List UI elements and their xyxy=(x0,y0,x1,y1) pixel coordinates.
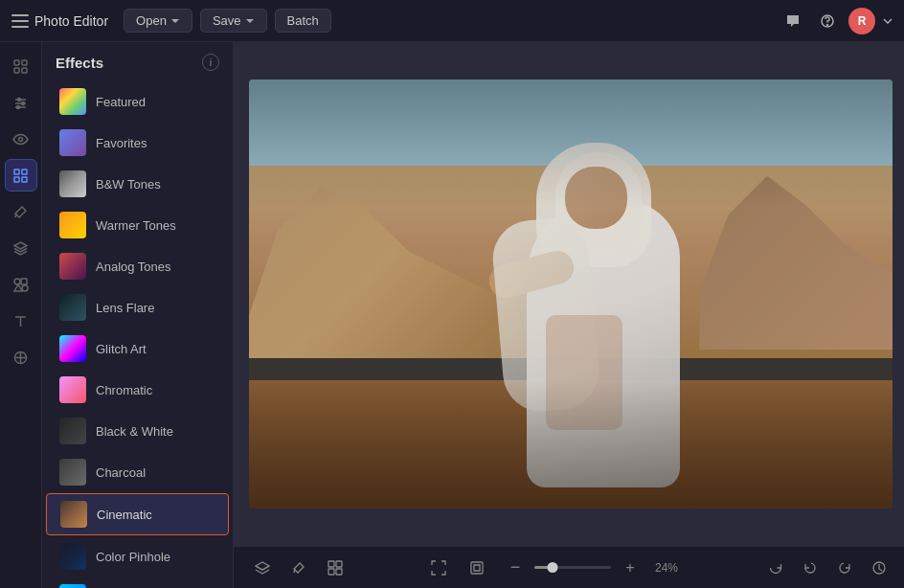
svg-point-20 xyxy=(14,279,20,284)
svg-rect-7 xyxy=(22,60,27,65)
canvas-area: − + 24% xyxy=(234,42,904,588)
rail-layers-icon[interactable] xyxy=(5,232,37,264)
avatar-chevron-icon[interactable] xyxy=(883,18,893,24)
effect-item-cooler[interactable]: Cooler xyxy=(46,577,229,588)
zoom-plus-icon[interactable]: + xyxy=(617,554,644,581)
rail-brush-icon[interactable] xyxy=(5,195,37,228)
redo-icon[interactable] xyxy=(831,554,858,581)
effect-label-glitch: Glitch Art xyxy=(96,342,147,356)
svg-point-12 xyxy=(18,98,21,101)
save-chevron-icon xyxy=(245,18,255,24)
effects-title: Effects xyxy=(56,55,103,71)
zoom-track[interactable] xyxy=(534,566,611,569)
bottom-right-actions xyxy=(762,554,893,581)
menu-icon[interactable] xyxy=(11,12,29,30)
svg-point-15 xyxy=(19,137,23,141)
bottom-left-tools xyxy=(249,554,349,581)
effect-thumb-glitch xyxy=(59,335,86,362)
layers-bottom-icon[interactable] xyxy=(249,554,276,581)
svg-point-14 xyxy=(17,105,20,108)
effect-item-chromatic[interactable]: Chromatic xyxy=(46,370,229,410)
effect-label-bwtones: B&W Tones xyxy=(96,177,161,192)
effect-item-favorites[interactable]: Favorites xyxy=(46,123,229,163)
expand-icon[interactable] xyxy=(425,554,452,581)
refresh-icon[interactable] xyxy=(762,554,789,581)
svg-rect-19 xyxy=(22,177,27,182)
effect-label-cinematic: Cinematic xyxy=(97,508,152,522)
effect-thumb-blackwhite xyxy=(59,418,86,444)
effect-label-chromatic: Chromatic xyxy=(96,383,152,397)
effects-panel: Effects i FeaturedFavoritesB&W TonesWarm… xyxy=(42,42,234,588)
effect-thumb-favorites xyxy=(59,129,86,156)
canvas-main[interactable] xyxy=(234,42,904,546)
effects-info-button[interactable]: i xyxy=(202,54,219,71)
grid-bottom-icon[interactable] xyxy=(322,554,349,581)
history-icon[interactable] xyxy=(866,554,893,581)
svg-rect-1 xyxy=(11,20,29,22)
effect-thumb-warmer xyxy=(59,212,86,238)
svg-rect-27 xyxy=(336,569,342,575)
effect-thumb-lensflare xyxy=(59,294,86,321)
svg-rect-8 xyxy=(22,68,27,73)
svg-rect-5 xyxy=(14,60,19,65)
rail-adjust-icon[interactable] xyxy=(5,86,37,119)
rail-eye-icon[interactable] xyxy=(5,123,37,155)
effect-item-lensflare[interactable]: Lens Flare xyxy=(46,287,229,328)
svg-rect-0 xyxy=(11,14,29,16)
brush-bottom-icon[interactable] xyxy=(285,554,312,581)
rail-effects-icon[interactable] xyxy=(5,159,37,192)
open-button[interactable]: Open xyxy=(124,9,192,33)
help-icon[interactable] xyxy=(814,8,841,34)
topbar: Photo Editor Open Save Batch R xyxy=(0,0,904,42)
svg-rect-2 xyxy=(11,26,29,28)
effect-item-analog[interactable]: Analog Tones xyxy=(46,246,229,286)
effect-item-blackwhite[interactable]: Black & White xyxy=(46,411,229,451)
rail-shapes-icon[interactable] xyxy=(5,268,37,301)
svg-point-13 xyxy=(22,102,25,104)
effects-header: Effects i xyxy=(42,42,233,79)
zoom-thumb[interactable] xyxy=(548,562,558,573)
effect-thumb-cinematic xyxy=(60,501,87,528)
avatar[interactable]: R xyxy=(848,8,875,34)
effect-item-featured[interactable]: Featured xyxy=(46,81,229,122)
svg-rect-17 xyxy=(22,170,27,174)
effect-label-charcoal: Charcoal xyxy=(96,465,146,480)
rail-mask-icon[interactable] xyxy=(5,341,37,373)
effect-thumb-cooler xyxy=(59,584,86,588)
effect-item-cinematic[interactable]: Cinematic xyxy=(46,493,229,535)
open-chevron-icon xyxy=(170,18,180,24)
effect-item-charcoal[interactable]: Charcoal xyxy=(46,452,229,492)
effect-label-analog: Analog Tones xyxy=(96,260,171,274)
zoom-minus-icon[interactable]: − xyxy=(502,554,529,581)
zoom-slider[interactable]: − + xyxy=(502,554,644,581)
undo-icon[interactable] xyxy=(797,554,824,581)
zoom-percentage: 24% xyxy=(655,561,686,575)
svg-rect-26 xyxy=(328,569,334,575)
svg-rect-18 xyxy=(14,177,19,182)
chat-icon[interactable] xyxy=(780,8,806,34)
svg-rect-6 xyxy=(14,68,19,73)
effect-label-colorpinhole: Color Pinhole xyxy=(96,550,170,564)
fit-icon[interactable] xyxy=(463,554,490,581)
svg-rect-28 xyxy=(471,562,483,574)
rail-text-icon[interactable] xyxy=(5,305,37,337)
rail-home-icon[interactable] xyxy=(5,50,37,82)
effect-item-bwtones[interactable]: B&W Tones xyxy=(46,164,229,204)
app-logo: Photo Editor xyxy=(11,12,108,30)
app-title: Photo Editor xyxy=(34,13,108,29)
svg-point-4 xyxy=(827,24,828,25)
effect-label-blackwhite: Black & White xyxy=(96,424,173,439)
svg-rect-25 xyxy=(336,561,342,567)
effect-label-lensflare: Lens Flare xyxy=(96,301,154,315)
photo-container xyxy=(249,79,893,509)
effect-label-favorites: Favorites xyxy=(96,136,147,150)
effect-item-colorpinhole[interactable]: Color Pinhole xyxy=(46,536,229,577)
icon-rail xyxy=(0,42,42,588)
bottom-center-zoom: − + 24% xyxy=(425,554,686,581)
batch-button[interactable]: Batch xyxy=(275,9,331,33)
save-button[interactable]: Save xyxy=(200,9,267,33)
svg-rect-16 xyxy=(14,170,19,174)
effect-thumb-featured xyxy=(59,88,86,115)
effect-item-glitch[interactable]: Glitch Art xyxy=(46,328,229,369)
effect-item-warmer[interactable]: Warmer Tones xyxy=(46,205,229,245)
